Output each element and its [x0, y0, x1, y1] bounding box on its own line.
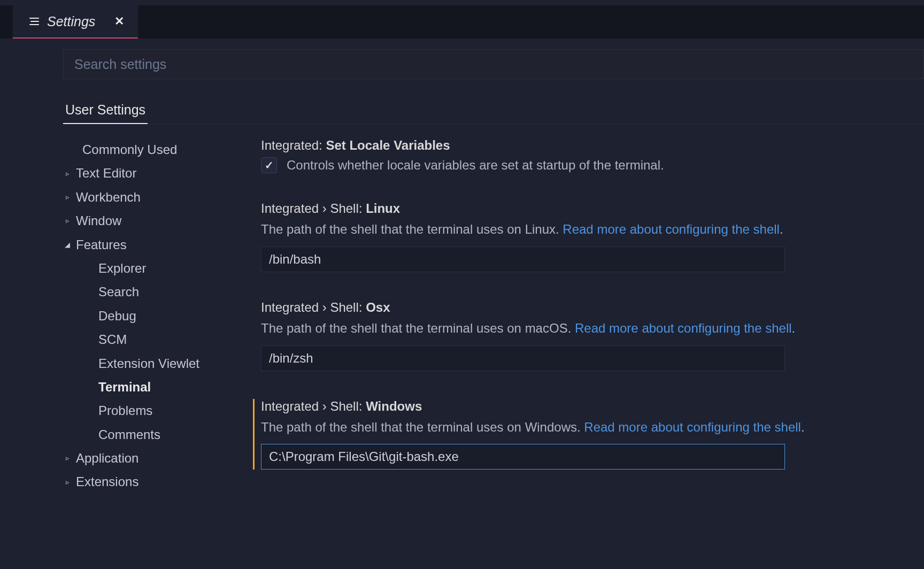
toc-item-debug[interactable]: Debug: [63, 304, 214, 328]
toc-label: Application: [76, 447, 138, 470]
setting-title: Integrated: Set Locale Variables: [261, 138, 903, 153]
setting-shell-linux: Integrated › Shell: Linux The path of th…: [261, 201, 903, 272]
chevron-right-icon: ▹: [63, 191, 72, 204]
setting-description: Controls whether locale variables are se…: [287, 158, 664, 173]
toc-label: Explorer: [98, 257, 146, 280]
toc-item-explorer[interactable]: Explorer: [63, 257, 214, 280]
toc-label: Commonly Used: [82, 138, 177, 162]
setting-description: The path of the shell that the terminal …: [261, 319, 903, 338]
toc-label: Text Editor: [76, 162, 136, 185]
chevron-right-icon: ▹: [63, 476, 72, 489]
toc-item-application[interactable]: ▹Application: [63, 447, 214, 470]
tab-bar: Settings ✕: [0, 5, 924, 39]
chevron-down-icon: ◢: [63, 239, 72, 251]
setting-set-locale-variables: Integrated: Set Locale Variables ✓ Contr…: [261, 138, 903, 173]
toc-label: Terminal: [98, 375, 151, 399]
chevron-right-icon: ▹: [63, 167, 72, 180]
input-shell-osx[interactable]: [261, 345, 785, 371]
toc-label: Features: [76, 233, 127, 257]
setting-title: Integrated › Shell: Osx: [261, 300, 903, 315]
chevron-right-icon: ▹: [63, 214, 72, 227]
close-icon[interactable]: ✕: [114, 14, 124, 28]
toc-label: Window: [76, 209, 121, 233]
toc-item-extension-viewlet[interactable]: Extension Viewlet: [63, 352, 214, 375]
toc-label: Extension Viewlet: [98, 352, 199, 375]
toc-label: Debug: [98, 304, 136, 328]
toc-item-comments[interactable]: Comments: [63, 423, 214, 447]
toc-item-text-editor[interactable]: ▹Text Editor: [63, 162, 214, 185]
scope-user-settings[interactable]: User Settings: [63, 102, 148, 124]
link-configure-shell[interactable]: Read more about configuring the shell: [563, 222, 780, 236]
toc-item-commonly-used[interactable]: Commonly Used: [63, 138, 214, 162]
search-settings-container: [63, 49, 924, 79]
toc-label: Problems: [98, 399, 152, 422]
toc-item-window[interactable]: ▹Window: [63, 209, 214, 233]
chevron-right-icon: ▹: [63, 452, 72, 465]
list-icon: [29, 17, 40, 26]
setting-shell-windows: Integrated › Shell: Windows The path of …: [253, 399, 903, 470]
tab-settings[interactable]: Settings ✕: [13, 5, 138, 39]
toc-label: Workbench: [76, 186, 141, 209]
input-shell-linux[interactable]: [261, 247, 785, 272]
setting-title: Integrated › Shell: Windows: [261, 399, 903, 414]
toc-item-extensions[interactable]: ▹Extensions: [63, 470, 214, 494]
link-configure-shell[interactable]: Read more about configuring the shell: [584, 420, 801, 434]
link-configure-shell[interactable]: Read more about configuring the shell: [575, 321, 792, 335]
setting-description: The path of the shell that the terminal …: [261, 418, 903, 437]
toc-label: Search: [98, 280, 139, 304]
toc-label: SCM: [98, 328, 127, 351]
setting-shell-osx: Integrated › Shell: Osx The path of the …: [261, 300, 903, 371]
toc-item-features[interactable]: ◢Features: [63, 233, 214, 257]
toc-item-problems[interactable]: Problems: [63, 399, 214, 422]
search-input[interactable]: [74, 57, 913, 72]
scope-tabs: User Settings: [63, 95, 924, 124]
input-shell-windows[interactable]: [261, 444, 785, 470]
toc-label: Comments: [98, 423, 160, 447]
toc-label: Extensions: [76, 470, 138, 494]
toc-item-search[interactable]: Search: [63, 280, 214, 304]
checkbox-set-locale[interactable]: ✓: [261, 157, 277, 173]
setting-description: The path of the shell that the terminal …: [261, 220, 903, 239]
settings-main: Integrated: Set Locale Variables ✓ Contr…: [214, 138, 924, 497]
toc-item-workbench[interactable]: ▹Workbench: [63, 186, 214, 209]
toc-item-terminal[interactable]: Terminal: [63, 375, 214, 399]
settings-toc: Commonly Used▹Text Editor▹Workbench▹Wind…: [0, 138, 214, 497]
tab-title: Settings: [47, 14, 95, 29]
setting-title: Integrated › Shell: Linux: [261, 201, 903, 216]
toc-item-scm[interactable]: SCM: [63, 328, 214, 351]
